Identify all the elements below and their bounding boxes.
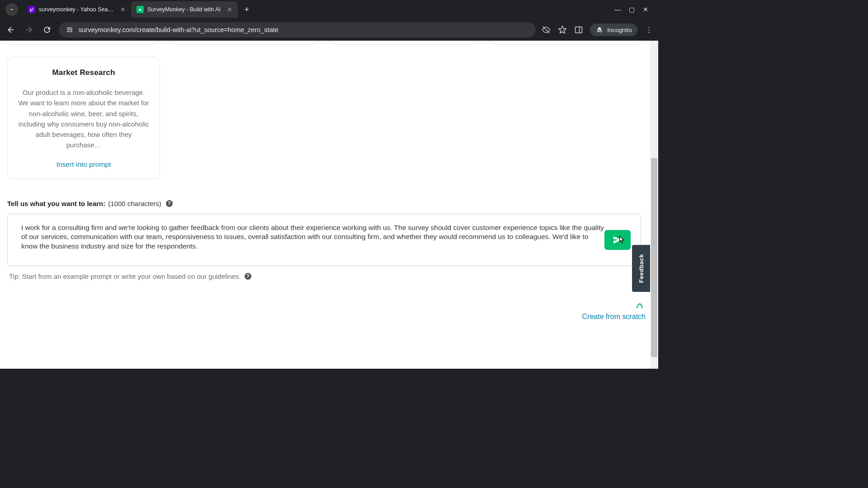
- svg-point-7: [600, 30, 602, 32]
- tab-title: surveymonkey - Yahoo Search R: [39, 6, 114, 13]
- scrollbar-track[interactable]: [650, 41, 658, 369]
- prompt-input-container: I work for a consulting firm and we're l…: [7, 214, 641, 266]
- example-card-body: Our product is a non-alcoholic beverage.…: [18, 87, 150, 150]
- yahoo-favicon-icon: y!: [28, 6, 35, 13]
- prompt-textarea[interactable]: I work for a consulting firm and we're l…: [21, 223, 605, 252]
- side-panel-icon[interactable]: [574, 25, 584, 35]
- prompt-section: Tell us what you want to learn: (1000 ch…: [5, 200, 643, 280]
- example-card-cutoff: [168, 41, 319, 44]
- new-tab-button[interactable]: +: [241, 3, 253, 16]
- page-content: Market Research Our product is a non-alc…: [0, 41, 658, 369]
- surveymonkey-favicon-icon: [137, 6, 144, 13]
- example-card-title: Market Research: [18, 68, 150, 77]
- close-icon[interactable]: ✕: [227, 6, 232, 13]
- prompt-char-count: (1000 characters): [108, 200, 161, 207]
- maximize-button[interactable]: ▢: [629, 6, 635, 13]
- surveymonkey-logo-icon: [635, 300, 645, 310]
- prompt-label-row: Tell us what you want to learn: (1000 ch…: [7, 200, 641, 207]
- svg-point-6: [597, 30, 599, 32]
- main-content: Market Research Our product is a non-alc…: [0, 41, 648, 369]
- incognito-chip[interactable]: Incognito: [590, 23, 637, 36]
- feedback-label: Feedback: [638, 254, 645, 283]
- svg-point-1: [71, 29, 72, 31]
- close-window-button[interactable]: ✕: [643, 6, 648, 13]
- back-button[interactable]: [5, 23, 17, 36]
- tab-bar: y! surveymonkey - Yahoo Search R ✕ Surve…: [0, 0, 658, 19]
- tab-search-button[interactable]: [5, 3, 18, 16]
- submit-prompt-button[interactable]: [604, 230, 631, 250]
- scrollbar-thumb[interactable]: [651, 158, 657, 357]
- close-icon[interactable]: ✕: [120, 6, 126, 13]
- svg-point-2: [68, 28, 70, 29]
- tab-title: SurveyMonkey - Build with AI: [147, 6, 221, 13]
- browser-menu-button[interactable]: ⋮: [644, 25, 654, 35]
- browser-toolbar: surveymonkey.com/create/build-with-ai?ut…: [0, 19, 658, 41]
- send-icon: [612, 235, 623, 245]
- tab-yahoo-search[interactable]: y! surveymonkey - Yahoo Search R ✕: [23, 1, 131, 18]
- incognito-icon: [595, 26, 604, 34]
- incognito-label: Incognito: [607, 27, 632, 33]
- feedback-tab[interactable]: Feedback: [632, 245, 650, 292]
- hide-extension-icon[interactable]: [541, 25, 551, 35]
- help-icon[interactable]: ?: [166, 200, 173, 207]
- browser-chrome: y! surveymonkey - Yahoo Search R ✕ Surve…: [0, 0, 658, 41]
- site-settings-icon[interactable]: [65, 25, 74, 34]
- svg-point-0: [67, 31, 69, 33]
- forward-button[interactable]: [23, 23, 35, 36]
- example-card-cutoff: [490, 41, 641, 44]
- minimize-button[interactable]: —: [614, 6, 621, 13]
- example-card-cutoff: [7, 41, 158, 44]
- bookmark-icon[interactable]: [557, 25, 567, 35]
- prompt-tip-text: Tip: Start from an example prompt or wri…: [9, 272, 241, 280]
- window-controls: — ▢ ✕: [614, 6, 655, 13]
- example-card-market-research: Market Research Our product is a non-alc…: [7, 57, 160, 179]
- example-card-cutoff: [329, 41, 480, 44]
- tab-surveymonkey-build-ai[interactable]: SurveyMonkey - Build with AI ✕: [131, 1, 238, 18]
- toolbar-right: Incognito ⋮: [541, 23, 654, 36]
- address-bar[interactable]: surveymonkey.com/create/build-with-ai?ut…: [59, 22, 536, 38]
- svg-rect-4: [576, 27, 582, 33]
- help-icon[interactable]: ?: [245, 273, 251, 280]
- create-from-scratch-link[interactable]: Create from scratch: [582, 313, 646, 321]
- prompt-label: Tell us what you want to learn:: [7, 200, 105, 207]
- example-card-row-cutoff: [5, 41, 643, 44]
- insert-into-prompt-link[interactable]: Insert into prompt: [18, 160, 150, 169]
- url-text: surveymonkey.com/create/build-with-ai?ut…: [79, 26, 529, 33]
- prompt-tip-row: Tip: Start from an example prompt or wri…: [7, 272, 641, 280]
- reload-button[interactable]: [41, 23, 53, 36]
